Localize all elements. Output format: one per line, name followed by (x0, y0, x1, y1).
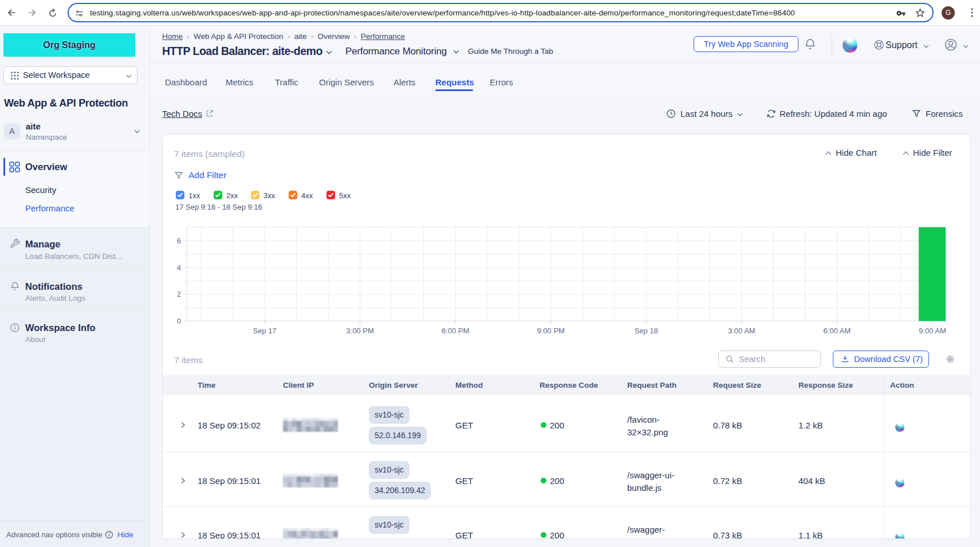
svg-text:4: 4 (177, 263, 181, 272)
svg-text:Sep 17: Sep 17 (253, 326, 276, 335)
svg-text:6:00 PM: 6:00 PM (442, 326, 469, 335)
svg-text:6: 6 (177, 237, 181, 245)
svg-text:6:00 AM: 6:00 AM (824, 326, 851, 335)
svg-text:9:00 AM: 9:00 AM (919, 326, 946, 335)
svg-text:0: 0 (177, 317, 181, 325)
svg-text:3:00 PM: 3:00 PM (346, 326, 373, 335)
svg-text:Sep 18: Sep 18 (635, 326, 658, 335)
svg-text:3:00 AM: 3:00 AM (728, 326, 755, 335)
svg-text:2: 2 (177, 290, 181, 298)
svg-text:9:00 PM: 9:00 PM (537, 326, 564, 335)
